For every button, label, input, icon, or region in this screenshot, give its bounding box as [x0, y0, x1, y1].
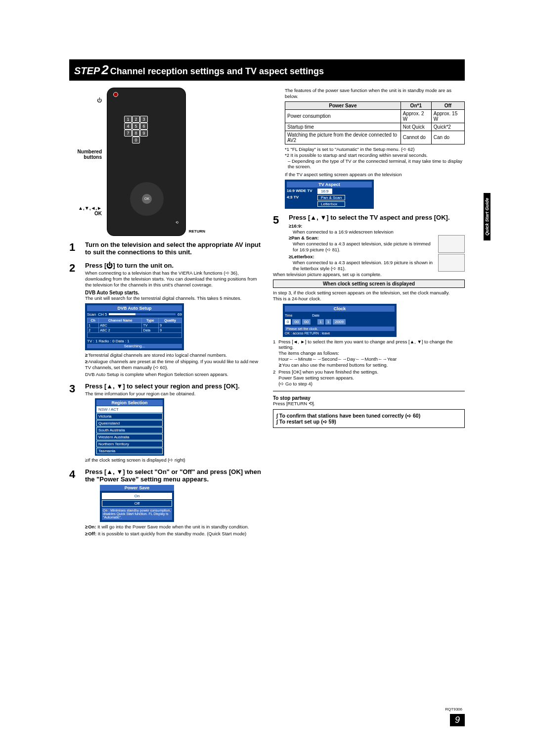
title-step: STEP: [74, 65, 100, 76]
clock-title: Clock: [285, 306, 395, 312]
step-1-number: 1: [69, 241, 81, 257]
ps-on-desc: On: It will go into the Power Save mode …: [85, 524, 261, 530]
table-cell: Not Quick: [400, 123, 431, 131]
step3-note: ≥If the clock setting screen is displaye…: [85, 457, 261, 463]
tva-label: 4:3 TV: [287, 195, 314, 207]
table-cell: Approx. 15 W: [431, 109, 464, 123]
step-2-number: 2: [69, 262, 81, 378]
aspect-lb-desc: When connected to a 4:3 aspect televisio…: [289, 260, 435, 272]
step-3-body: The time information for your region can…: [85, 391, 261, 397]
osd-counts: TV : 1 Radio : 0 Data : 1: [87, 339, 182, 343]
region-item: NSW / ACT: [96, 406, 163, 413]
table-cell: Can do: [431, 131, 464, 144]
table-head: On*1: [400, 101, 431, 109]
aspect-lb-label: ≥Letterbox:: [289, 254, 435, 260]
tva-opt: Pan & Scan: [317, 195, 345, 200]
clock-step2-num: 2: [273, 369, 275, 387]
clock-step1-num: 1: [273, 339, 275, 363]
clock-osd: Clock Time Date 0 00 00 1 1 2009 Please …: [283, 304, 397, 337]
region-item: Victoria: [96, 413, 163, 420]
step-3-number: 3: [69, 382, 81, 463]
footnote-1: *1 "FL Display" is set to "Automatic" in…: [285, 146, 465, 152]
step2-bullet1: Terrestrial digital channels are stored …: [85, 352, 261, 358]
power-save-table: Power Save On*1 Off Power consumption Ap…: [285, 101, 465, 144]
tva-opt: Letterbox: [317, 201, 345, 207]
table-head: Off: [431, 101, 464, 109]
ps-note: On : Minimises standby power consumption…: [102, 508, 172, 520]
table-cell: Approx. 2 W: [400, 109, 431, 123]
dvb-auto-setup-osd: DVB Auto Setup Scan CH 5 69 ChChannel Na…: [85, 303, 184, 350]
table-cell: Startup time: [285, 123, 401, 131]
osd-ch: CH 5: [98, 312, 107, 317]
table-cell: Watching the picture from the device con…: [285, 131, 401, 144]
side-tab-quick-start: Quick Start Guide: [484, 193, 490, 240]
dvb-setup-body: The unit will search for the terrestrial…: [85, 295, 261, 301]
clock-section-header: When clock setting screen is displayed: [273, 280, 465, 288]
footnote-3: – Depending on the type of TV or the con…: [288, 158, 465, 170]
dvb-setup-head: DVB Auto Setup starts.: [85, 290, 261, 295]
aspect-ps-label: ≥Pan & Scan:: [289, 235, 435, 241]
stop-body: Press [RETURN ⟲].: [273, 401, 465, 407]
ps-on: On: [102, 493, 172, 499]
tva-title: TV Aspect: [287, 182, 372, 188]
osd-prog: 69: [178, 312, 182, 317]
aspect-ps-desc: When connected to a 4:3 aspect televisio…: [289, 241, 435, 253]
title-rest: Channel reception settings and TV aspect…: [110, 66, 324, 76]
tva-opt: 16:9: [317, 189, 332, 194]
region-title: Region Selection: [96, 400, 163, 406]
osd-scan: Scan: [87, 312, 96, 317]
return-button: ⟲: [176, 221, 178, 225]
footer-code: RQT9306: [445, 707, 462, 711]
setup-complete: When television picture appears, set up …: [273, 272, 465, 278]
table-cell: Quick*2: [431, 123, 464, 131]
clock-cell: 1: [317, 319, 323, 325]
table-cell: Cannot do: [400, 131, 431, 144]
aspect-169-label: ≥16:9:: [289, 223, 465, 229]
page-number: 9: [450, 714, 465, 726]
crossref-1: ∫ To confirm that stations have been tun…: [276, 413, 461, 419]
ps-off-desc: Off: It is possible to start quickly fro…: [85, 531, 261, 537]
osd-title: DVB Auto Setup: [87, 305, 182, 311]
clock-cell: 0: [285, 319, 291, 325]
step-5-heading: Press [▲, ▼] to select the TV aspect and…: [289, 214, 465, 221]
region-item: Tasmania: [96, 448, 163, 454]
table-cell: Power consumption: [285, 109, 401, 123]
step-4-number: 4: [69, 468, 81, 538]
region-selection-osd: Region Selection NSW / ACT Victoria Quee…: [95, 398, 164, 456]
tv-aspect-osd: TV Aspect 16:9 WIDE TV16:9 4:3 TVPan & S…: [285, 180, 374, 209]
clock-bullet: You can also use the numbered buttons fo…: [279, 362, 465, 368]
clock-date-label: Date: [312, 314, 319, 317]
footnote-2: *2 It is possible to startup and start r…: [285, 152, 465, 158]
step2-bullet2: Analogue channels are preset at the time…: [85, 359, 261, 371]
crossref-2: ∫ To restart set up (➪ 59): [276, 419, 461, 425]
step-2-heading: Press [⏻] to turn the unit on.: [85, 262, 261, 269]
clock-step2: Press [OK] when you have finished the se…: [278, 369, 378, 375]
clock-step1: Press [◄, ►] to select the item you want…: [278, 339, 465, 363]
clock-cell: 1: [325, 319, 331, 325]
step-5-number: 5: [273, 214, 285, 272]
region-item: Queensland: [96, 420, 163, 426]
power-icon-label: ⏻: [69, 97, 102, 103]
clock-intro: In step 3, if the clock setting screen a…: [273, 290, 465, 302]
stop-heading: To stop partway: [273, 395, 465, 401]
clock-footer-text: OK : access RETURN : leave: [285, 331, 395, 335]
step-4-heading: Press [▲, ▼] to select "On" or "Off" and…: [85, 468, 261, 483]
step-1-heading: Turn on the television and select the ap…: [85, 241, 261, 256]
clock-cell: 2009: [333, 319, 346, 325]
page-title: STEP 2 Channel reception settings and TV…: [69, 59, 465, 81]
ps-table-intro: The features of the power save function …: [285, 88, 465, 99]
clock-step2b: Power Save setting screen appears. (➪ Go…: [278, 375, 378, 387]
aspect-169-desc: When connected to a 16:9 widescreen tele…: [289, 229, 465, 235]
tva-label: 16:9 WIDE TV: [287, 189, 314, 194]
osd-searching: Searching...: [87, 344, 182, 348]
clock-hint: Please set the clock.: [285, 327, 395, 331]
ps-title: Power Save: [100, 485, 174, 491]
numbered-buttons-label: Numbered buttons: [69, 149, 102, 160]
nav-ok-label: ▲,▼,◄,► OK: [69, 205, 102, 216]
step2-complete: DVB Auto Setup is complete when Region S…: [85, 372, 261, 378]
tv-aspect-intro: If the TV aspect setting screen appears …: [285, 172, 465, 178]
step-3-heading: Press [▲, ▼] to select your region and p…: [85, 382, 261, 390]
pan-scan-thumb-icon: [438, 235, 465, 253]
return-label: RETURN: [189, 229, 205, 234]
letterbox-thumb-icon: [438, 254, 465, 272]
